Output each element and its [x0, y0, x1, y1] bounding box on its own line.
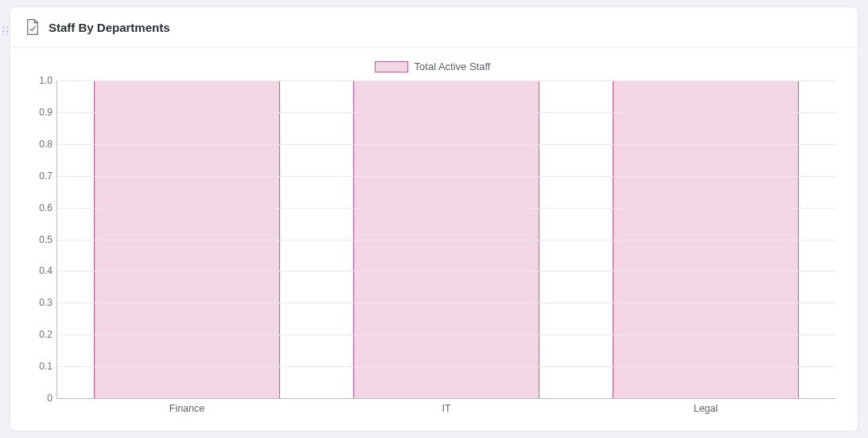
y-axis-tick: 0.3 — [25, 297, 53, 308]
y-axis-tick: 0.6 — [25, 202, 53, 213]
svg-point-1 — [6, 26, 8, 28]
chart-card: Staff By Departments Total Active Staff … — [10, 6, 858, 432]
legend-swatch — [375, 61, 408, 72]
y-axis-tick: 0.7 — [25, 170, 53, 182]
x-axis-label: Finance — [169, 403, 204, 414]
document-icon — [25, 18, 41, 36]
plot-region: FinanceITLegal 00.10.20.30.40.50.60.70.8… — [56, 80, 835, 399]
y-axis-tick: 0.9 — [25, 107, 53, 118]
legend-item-total-active-staff[interactable]: Total Active Staff — [17, 61, 848, 72]
gridline — [57, 303, 835, 303]
gridline — [57, 271, 835, 272]
svg-point-2 — [2, 30, 4, 32]
svg-point-3 — [6, 30, 8, 32]
y-axis-tick: 0.2 — [25, 329, 53, 340]
gridline — [57, 144, 835, 145]
svg-point-5 — [6, 34, 8, 35]
card-header: Staff By Departments — [10, 7, 858, 48]
gridline — [57, 176, 835, 177]
gridline — [57, 366, 835, 367]
gridline — [57, 112, 835, 113]
drag-handle-icon[interactable] — [2, 25, 11, 35]
card-title: Staff By Departments — [49, 21, 170, 34]
svg-point-0 — [2, 26, 4, 28]
chart-area: Total Active Staff FinanceITLegal 00.10.… — [10, 48, 858, 431]
y-axis-tick: 0.1 — [25, 361, 53, 372]
gridline — [57, 334, 835, 335]
gridline — [57, 80, 835, 81]
y-axis-tick: 0 — [25, 393, 53, 404]
gridline — [57, 208, 835, 209]
y-axis-tick: 0.5 — [25, 234, 53, 245]
y-axis-tick: 1.0 — [25, 75, 53, 86]
y-axis-tick: 0.4 — [25, 265, 53, 276]
svg-point-4 — [2, 34, 4, 35]
legend-label: Total Active Staff — [415, 61, 491, 72]
x-axis-label: IT — [442, 403, 450, 414]
y-axis-tick: 0.8 — [25, 139, 53, 150]
gridline — [57, 240, 835, 241]
x-axis-label: Legal — [694, 403, 718, 414]
